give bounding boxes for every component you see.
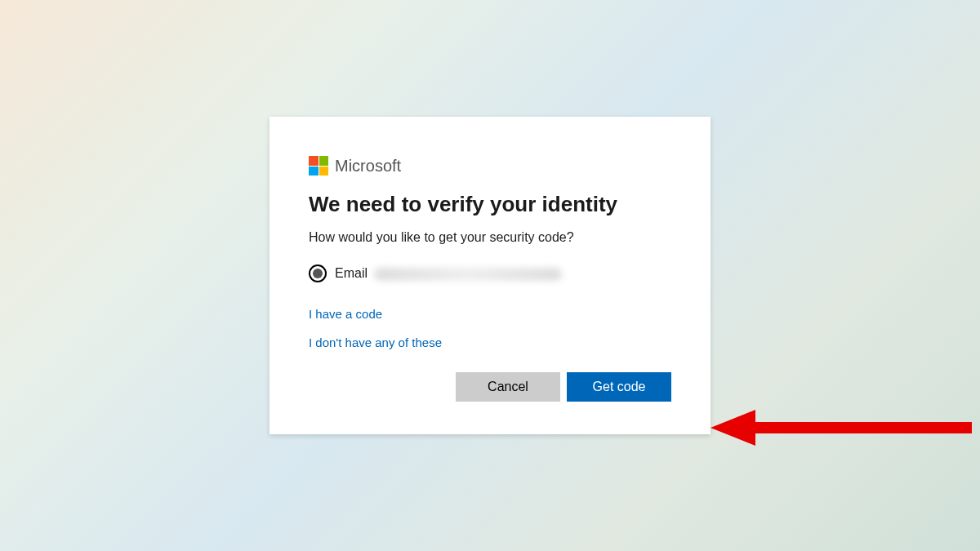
- have-code-link[interactable]: I have a code: [309, 307, 671, 321]
- annotation-arrow-icon: [710, 403, 972, 452]
- brand-header: Microsoft: [309, 156, 671, 176]
- redacted-email: [374, 268, 562, 281]
- cancel-button[interactable]: Cancel: [456, 372, 560, 402]
- none-of-these-link[interactable]: I don't have any of these: [309, 335, 671, 349]
- dialog-heading: We need to verify your identity: [309, 192, 671, 217]
- dialog-button-row: Cancel Get code: [309, 372, 671, 402]
- email-option-prefix: Email: [335, 266, 368, 280]
- email-option-radio[interactable]: Email: [309, 264, 671, 282]
- microsoft-logo-icon: [309, 156, 328, 176]
- brand-text: Microsoft: [335, 157, 401, 176]
- verify-identity-dialog: Microsoft We need to verify your identit…: [270, 117, 710, 434]
- radio-selected-icon: [309, 264, 327, 282]
- email-option-label: Email: [335, 266, 562, 281]
- dialog-subheading: How would you like to get your security …: [309, 230, 671, 245]
- svg-marker-1: [710, 410, 755, 446]
- get-code-button[interactable]: Get code: [567, 372, 671, 402]
